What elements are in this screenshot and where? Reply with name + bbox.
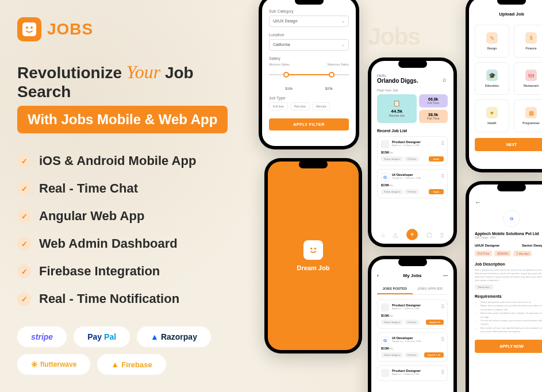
check-icon: ✓ [17, 264, 31, 278]
nav-home-icon[interactable]: ⌂ [381, 232, 385, 238]
apple-icon [381, 303, 389, 312]
nav-bookmark-icon[interactable]: ▯ [440, 232, 444, 238]
job-card[interactable]: Product DesignerApple inc · California, … [377, 136, 448, 166]
apple-icon [381, 140, 389, 148]
job-card[interactable]: GUI DeveloperGoogle inc · California, US… [377, 169, 448, 198]
bookmark-icon[interactable]: ▯ [441, 140, 444, 145]
stat-fulltime[interactable]: 66.8kFull Time [419, 94, 448, 107]
more-icon[interactable]: ⋯ [443, 273, 448, 278]
search-icon[interactable]: ⌕ [443, 76, 447, 83]
next-button[interactable]: NEXT [475, 138, 542, 151]
cat-programmer[interactable]: ▦Programmer [514, 99, 542, 132]
svg-point-1 [26, 26, 28, 29]
code-icon: ▦ [525, 107, 537, 118]
bookmark-icon[interactable]: ▯ [441, 173, 444, 178]
jobtype-option[interactable]: Full time [269, 102, 288, 110]
stat-parttime[interactable]: 38.9kPart Time [419, 110, 448, 123]
phone-upload: Upload Job ✎Design ＄Finance 🎓Education 🍽… [466, 0, 542, 172]
firebase-badge: ▲Firebase [97, 354, 166, 375]
readmore-button[interactable]: Read more [475, 285, 493, 290]
check-icon: ✓ [17, 237, 31, 251]
bookmark-icon[interactable]: ▯ [441, 336, 444, 341]
cat-restaurant[interactable]: 🍽Restaurant [514, 62, 542, 95]
apply-filter-button[interactable]: APPLY FILTER [269, 118, 349, 130]
splash-icon [303, 240, 323, 260]
find-job-label: Find Your Job [377, 89, 448, 92]
jobtype-option[interactable]: Part time [290, 102, 310, 110]
req-list: Sed ut perspiciatis unde omnis iste natu… [475, 301, 542, 334]
cat-design[interactable]: ✎Design [475, 25, 509, 57]
back-icon[interactable]: ← [475, 198, 542, 206]
stat-remote[interactable]: 📋44.5kRemote Job [377, 94, 417, 123]
headline-1: Revolutionize Your Job Search [17, 62, 247, 101]
nav-chat-icon[interactable]: ▢ [426, 232, 432, 238]
location-select[interactable]: California⌄ [269, 39, 349, 51]
detail-tag: 1 day ago [513, 251, 532, 256]
req-title: Requirements [475, 294, 542, 298]
job-card[interactable]: Product DesignerApple inc · California, … [377, 299, 448, 329]
health-icon: ♥ [486, 107, 498, 118]
logo-icon [17, 17, 41, 41]
apple-icon [381, 369, 389, 377]
cat-education[interactable]: 🎓Education [475, 62, 509, 95]
phone-splash: Dream Job [264, 158, 362, 353]
education-icon: 🎓 [486, 70, 498, 81]
job-card[interactable]: GUI DeveloperGoogle inc · California, US… [377, 332, 448, 362]
job-card[interactable]: Product DesignerApple inc · California, … [377, 365, 448, 381]
nav-add-icon[interactable]: + [406, 229, 418, 240]
subcat-label: Sub Category [269, 9, 349, 13]
detail-tag: Full Time [475, 251, 492, 256]
myjobs-title: ‹My Jobs⋯ [377, 273, 448, 278]
stripe-badge: stripe [17, 326, 67, 347]
phone-detail: ← G Apptech Mobile Solutions Pvt Ltd San… [466, 181, 542, 392]
razorpay-badge: ▲Razorpay [137, 326, 211, 347]
jobtype-option[interactable]: Remote [312, 102, 330, 110]
cat-finance[interactable]: ＄Finance [514, 25, 542, 57]
detail-tag: $20k/Mo [494, 251, 511, 256]
bookmark-icon[interactable]: ▯ [441, 369, 444, 374]
salary-slider[interactable] [269, 70, 349, 81]
restaurant-icon: 🍽 [525, 70, 537, 81]
google-icon: G [381, 336, 389, 344]
jobtype-label: Job Type [269, 96, 349, 100]
svg-point-4 [314, 248, 316, 249]
tab-applied[interactable]: JOBS APPLIED [413, 284, 448, 294]
check-icon: ✓ [17, 182, 31, 195]
phone-myjobs: ‹My Jobs⋯ JOBS POSTED JOBS APPLIED Produ… [368, 256, 457, 392]
tab-posted[interactable]: JOBS POSTED [377, 284, 413, 294]
chevron-down-icon: ⌄ [341, 43, 345, 47]
applied-badge: Applied 1.4k [424, 352, 444, 358]
desc-title: Job Description [475, 262, 542, 266]
headline-2: With Jobs Mobile & Web App [17, 106, 228, 133]
apply-now-button[interactable]: APPLY NOW [475, 340, 542, 353]
apply-button[interactable]: Apply [429, 156, 444, 162]
company-logo: G [503, 210, 520, 227]
check-icon: ✓ [17, 292, 31, 306]
check-icon: ✓ [17, 209, 31, 223]
payment-providers: stripe PayPal ▲Razorpay ✳flutterwave ▲Fi… [17, 326, 247, 375]
bookmark-icon[interactable]: ▯ [441, 303, 444, 309]
svg-point-3 [310, 248, 312, 249]
check-icon: ✓ [17, 154, 31, 168]
company-location: San Diego, USA [475, 236, 542, 239]
phone-home: ⌕ Hello Orlando Diggs. Find Your Job 📋44… [368, 57, 457, 247]
chevron-down-icon: ⌄ [341, 19, 345, 24]
location-label: Location [269, 33, 349, 37]
cat-health[interactable]: ♥Health [475, 99, 509, 132]
desc-text: Sed ut perspiciatis unde omnis iste natu… [475, 268, 542, 282]
apply-button[interactable]: Apply [429, 189, 444, 194]
logo-text: JOBS [47, 20, 93, 39]
finance-icon: ＄ [525, 32, 537, 44]
svg-point-2 [30, 26, 33, 29]
back-icon[interactable]: ‹ [377, 273, 379, 278]
applied-badge: Applied 2k [426, 320, 444, 325]
salary-label: Salary [269, 56, 349, 60]
greeting: Hello [377, 74, 448, 78]
nav-bell-icon[interactable]: △ [393, 232, 398, 238]
recent-jobs-label: Recent Job List [377, 129, 448, 133]
bottom-nav: ⌂ △ + ▢ ▯ [377, 229, 448, 240]
user-name: Orlando Diggs. [377, 78, 448, 84]
subcat-select[interactable]: UI/UX Design⌄ [269, 16, 349, 27]
upload-title: Upload Job [475, 11, 542, 17]
company-name: Apptech Mobile Solutions Pvt Ltd [475, 232, 542, 236]
